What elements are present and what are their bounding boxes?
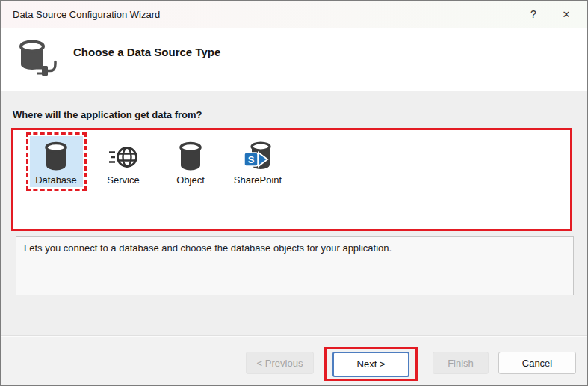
- cancel-button[interactable]: Cancel: [498, 352, 576, 374]
- close-button[interactable]: ✕: [550, 1, 583, 28]
- titlebar: Data Source Configuration Wizard ? ✕: [1, 1, 587, 28]
- source-item-object[interactable]: Object: [157, 132, 224, 191]
- database-cylinder-icon: [43, 139, 69, 172]
- object-tile[interactable]: Object: [164, 136, 217, 187]
- database-selection-annotation: Database: [26, 132, 87, 191]
- object-cylinder-icon: [177, 139, 204, 172]
- database-tile[interactable]: Database: [30, 136, 83, 187]
- description-text: Lets you connect to a database and choos…: [24, 242, 392, 254]
- sharepoint-icon: S: [241, 139, 274, 172]
- data-source-items: Database: [22, 132, 570, 191]
- next-button-annotation: Next >: [324, 347, 418, 381]
- previous-button[interactable]: < Previous: [246, 352, 314, 374]
- help-button[interactable]: ?: [517, 1, 550, 28]
- database-plug-icon: [15, 37, 58, 84]
- source-item-label: Object: [176, 174, 205, 186]
- web-service-globe-icon: [108, 139, 139, 172]
- description-panel: Lets you connect to a database and choos…: [16, 236, 574, 295]
- close-icon: ✕: [563, 9, 571, 20]
- source-item-label: Service: [107, 174, 139, 186]
- source-item-label: SharePoint: [234, 174, 282, 186]
- page-title: Choose a Data Source Type: [73, 46, 220, 58]
- source-item-service[interactable]: Service: [90, 132, 157, 191]
- wizard-footer: < Previous Next > Finish Cancel: [1, 336, 587, 386]
- next-button[interactable]: Next >: [332, 352, 409, 377]
- source-item-sharepoint[interactable]: S SharePoint: [224, 132, 291, 191]
- data-source-configuration-wizard-dialog: Data Source Configuration Wizard ? ✕ Cho…: [0, 0, 588, 386]
- help-icon: ?: [530, 8, 536, 20]
- source-item-label: Database: [35, 174, 77, 186]
- source-item-database[interactable]: Database: [22, 132, 90, 191]
- data-source-list: Database: [11, 128, 572, 231]
- window-title: Data Source Configuration Wizard: [1, 9, 517, 20]
- service-tile[interactable]: Service: [97, 136, 150, 187]
- question-label: Where will the application get data from…: [13, 109, 202, 120]
- finish-button[interactable]: Finish: [433, 352, 489, 374]
- wizard-header: Choose a Data Source Type: [1, 28, 587, 91]
- svg-text:S: S: [248, 154, 255, 165]
- sharepoint-tile[interactable]: S SharePoint: [230, 136, 285, 187]
